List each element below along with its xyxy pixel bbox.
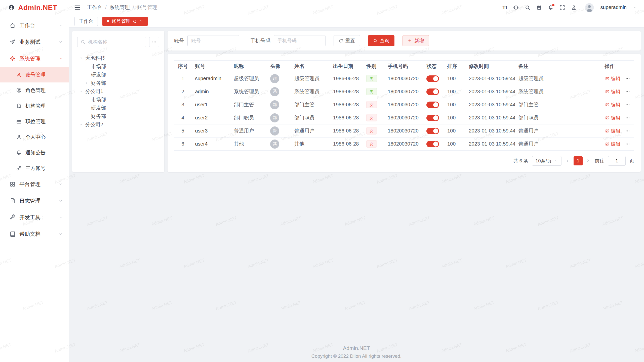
- row-more-button[interactable]: [625, 115, 630, 120]
- tree-node-branch-2[interactable]: 分公司2: [77, 120, 159, 129]
- sidebar-item-dev-tools[interactable]: 开发工具: [0, 209, 69, 226]
- org-search-box: [77, 37, 146, 47]
- sidebar-item-personal-center[interactable]: 个人中心: [0, 129, 69, 145]
- sidebar-item-notice[interactable]: 通知公告: [0, 145, 69, 160]
- breadcrumb-item[interactable]: 工作台: [87, 4, 102, 11]
- tree-node-market-dept-1[interactable]: 市场部: [77, 62, 159, 71]
- row-more-button[interactable]: [625, 89, 630, 94]
- edit-button[interactable]: 编辑: [605, 75, 621, 82]
- edit-icon: [605, 129, 609, 133]
- breadcrumb-item[interactable]: 系统管理: [110, 4, 130, 11]
- row-more-button[interactable]: [625, 128, 630, 133]
- status-toggle[interactable]: [426, 75, 439, 82]
- prev-page-button[interactable]: [565, 159, 570, 163]
- sidebar-item-third-party-account[interactable]: 三方账号: [0, 160, 69, 176]
- edit-button[interactable]: 编辑: [605, 102, 621, 108]
- caret-down-icon: [79, 56, 85, 61]
- sidebar-item-position-mgmt[interactable]: 职位管理: [0, 114, 69, 129]
- column-header: 排序: [444, 61, 465, 72]
- sidebar-item-system-mgmt[interactable]: 系统管理: [0, 50, 69, 67]
- font-size-icon[interactable]: Tt: [502, 5, 507, 10]
- row-avatar: 部: [270, 113, 279, 122]
- sidebar-item-business-test[interactable]: 业务测试: [0, 34, 69, 50]
- status-toggle[interactable]: [426, 141, 439, 147]
- column-header: 备注: [515, 61, 601, 72]
- sidebar-item-platform-mgmt[interactable]: 平台管理: [0, 176, 69, 193]
- row-more-button[interactable]: [625, 102, 630, 107]
- edit-button[interactable]: 编辑: [605, 88, 621, 95]
- chevron-down-icon[interactable]: [633, 6, 636, 9]
- fullscreen-icon[interactable]: [559, 5, 565, 10]
- account-input[interactable]: [187, 35, 239, 46]
- username[interactable]: superadmin: [600, 5, 627, 10]
- table-row: 4user2部门职员部部门职员1986-06-28女18020030720100…: [174, 111, 634, 124]
- page-size-select[interactable]: 10条/页: [532, 156, 561, 166]
- tree-node-market-dept-2[interactable]: 市场部: [77, 96, 159, 104]
- logo-text: Admin.NET: [18, 4, 57, 12]
- status-toggle[interactable]: [426, 102, 439, 108]
- tree-node-rd-dept-1[interactable]: 研发部: [77, 71, 159, 79]
- chevron-down-icon: [59, 182, 63, 186]
- logo[interactable]: Admin.NET: [0, 0, 69, 16]
- tab-refresh-icon[interactable]: [133, 19, 137, 23]
- status-toggle[interactable]: [426, 88, 439, 95]
- chevron-down-icon: [59, 215, 63, 219]
- content: 大名科技市场部研发部财务部分公司1市场部研发部财务部分公司2 账号 手机号码 重…: [69, 28, 644, 362]
- tab-0[interactable]: 工作台: [74, 17, 98, 26]
- notification-bell-icon[interactable]: [548, 5, 553, 10]
- sidebar-item-log-mgmt[interactable]: 日志管理: [0, 193, 69, 209]
- page-1-button[interactable]: 1: [574, 156, 583, 165]
- tree-more-button[interactable]: [149, 37, 159, 47]
- phone-label: 手机号码: [250, 37, 270, 44]
- tree-node-branch-1[interactable]: 分公司1: [77, 87, 159, 96]
- status-toggle[interactable]: [426, 115, 439, 121]
- edit-icon: [605, 142, 609, 146]
- active-tab-dot: [107, 20, 109, 22]
- gender-badge: 男: [366, 88, 377, 95]
- add-button[interactable]: 新增: [403, 35, 429, 46]
- chevron-down-icon: [59, 40, 63, 44]
- query-button[interactable]: 查询: [368, 35, 394, 46]
- doc-icon: [10, 198, 16, 204]
- theme-icon[interactable]: [536, 5, 542, 10]
- goto-page-input[interactable]: [608, 156, 626, 166]
- tab-1[interactable]: 账号管理: [102, 17, 148, 26]
- tree-node-finance-dept-2[interactable]: 财务部: [77, 112, 159, 120]
- edit-button[interactable]: 编辑: [605, 128, 621, 134]
- status-toggle[interactable]: [426, 128, 439, 134]
- tree-node-rd-dept-2[interactable]: 研发部: [77, 104, 159, 112]
- sidebar-item-workbench[interactable]: 工作台: [0, 17, 69, 34]
- org-tree: 大名科技市场部研发部财务部分公司1市场部研发部财务部分公司2: [77, 54, 159, 129]
- user-avatar[interactable]: [585, 3, 594, 12]
- column-header: 昵称: [230, 61, 267, 72]
- caret-spacer: [85, 98, 91, 102]
- edit-button[interactable]: 编辑: [605, 115, 621, 121]
- sidebar-item-help-docs[interactable]: 帮助文档: [0, 226, 69, 242]
- locate-icon[interactable]: [513, 5, 519, 10]
- profile-icon[interactable]: [571, 5, 577, 10]
- right-column: 账号 手机号码 重置 查询: [168, 31, 641, 172]
- edit-button[interactable]: 编辑: [605, 141, 621, 147]
- chevron-down-icon: [59, 23, 63, 27]
- send-icon: [10, 39, 16, 45]
- edit-icon: [605, 89, 609, 94]
- sidebar-item-role-mgmt[interactable]: 角色管理: [0, 82, 69, 98]
- tree-node-finance-dept-1[interactable]: 财务部: [77, 79, 159, 87]
- gender-badge: 女: [366, 114, 377, 121]
- tree-search-row: [77, 37, 159, 47]
- caret-down-icon: [79, 89, 85, 94]
- sidebar-item-org-mgmt[interactable]: 机构管理: [0, 98, 69, 114]
- phone-input[interactable]: [274, 35, 326, 46]
- search-icon[interactable]: [525, 5, 530, 10]
- row-more-button[interactable]: [625, 76, 630, 81]
- caret-right-icon: [85, 81, 91, 85]
- tree-node-daming-tech[interactable]: 大名科技: [77, 54, 159, 62]
- reset-button[interactable]: 重置: [334, 35, 360, 46]
- next-page-button[interactable]: [586, 159, 591, 163]
- org-search-input[interactable]: [77, 37, 146, 47]
- menu-collapse-icon[interactable]: [74, 5, 80, 11]
- sidebar-item-account-mgmt[interactable]: 账号管理: [0, 67, 69, 82]
- gender-badge: 女: [366, 101, 377, 108]
- row-more-button[interactable]: [625, 142, 630, 147]
- tab-close-icon[interactable]: [139, 19, 143, 23]
